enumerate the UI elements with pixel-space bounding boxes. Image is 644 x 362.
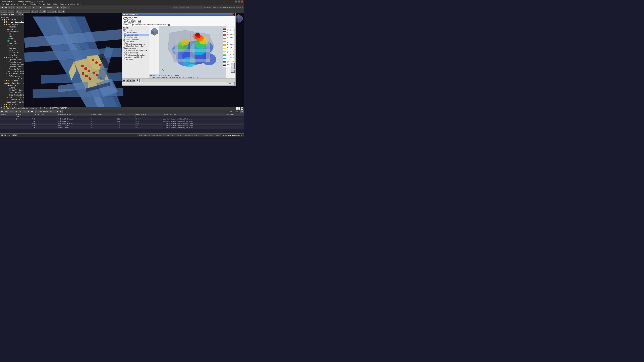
- analysis-type-selector[interactable]: Stress-Strain Analysis: [36, 110, 59, 113]
- nav-prev-btn[interactable]: ◀: [126, 79, 129, 82]
- result-sections-item[interactable]: Result Sections: [122, 36, 149, 38]
- search-input[interactable]: [172, 6, 203, 9]
- viewport-3d[interactable]: TOP R F Results in Steel Joint ✕ Steel J…: [24, 13, 244, 119]
- tree-surface-sets[interactable]: ≡ Surface Sets: [5, 51, 24, 54]
- tree-combo-wizards[interactable]: Combination Wizards: [5, 98, 24, 101]
- tree-types-special[interactable]: Types for Special Objects: [5, 70, 24, 72]
- tree-sections[interactable]: ▬ Sections: [5, 28, 24, 30]
- equiv-check[interactable]: ✓: [124, 34, 126, 36]
- maximize-button[interactable]: □: [238, 0, 240, 2]
- tree-types-steel[interactable]: ▼ Types for Steel Joints: [5, 72, 24, 75]
- view-yz-btn[interactable]: YZ: [26, 9, 30, 12]
- stop-btn[interactable]: ⏹: [62, 9, 65, 12]
- continuous-all-item[interactable]: Continuous within all surfaces: [124, 56, 149, 60]
- snap-btn[interactable]: ⊕: [34, 9, 38, 12]
- dialog-close-button[interactable]: Close: [226, 82, 234, 85]
- menu-edit[interactable]: Edit: [5, 3, 10, 5]
- tree-types-surfaces[interactable]: Types for Surfaces: [5, 65, 24, 68]
- bottom-tb-nav2[interactable]: ◀: [4, 110, 8, 113]
- menu-insert[interactable]: Insert: [16, 3, 22, 5]
- tree-actions[interactable]: ⚡ Actions: [5, 87, 24, 89]
- tree-design-situations[interactable]: Design Situations: [5, 89, 24, 91]
- shear-z-item[interactable]: Shear force in direction z: [124, 45, 149, 47]
- viz-btn-1[interactable]: ⊞: [231, 63, 234, 66]
- tree-steel-joints[interactable]: ▼ 🔧 Steel Joints: [7, 75, 24, 77]
- tree-sj-1[interactable]: 1 - Nodes : 2: [7, 77, 24, 80]
- table-row[interactable]: 2 Plate Column 1.2 | Flange 1 DS1 CO1 0.…: [0, 118, 244, 120]
- dialog-3d-btn[interactable]: ⬛: [136, 79, 139, 82]
- page-first-btn[interactable]: ⏮: [1, 134, 3, 136]
- tab-by-node[interactable]: Design Ratios by Node: [202, 134, 221, 136]
- tree-load-combos[interactable]: Load Combinations: [5, 94, 24, 96]
- tab-by-loading[interactable]: Design Ratios by Loading: [163, 134, 184, 136]
- line-btn[interactable]: L: [4, 9, 8, 12]
- constant-radio[interactable]: [124, 50, 126, 52]
- minimize-button[interactable]: ─: [235, 0, 237, 2]
- tree-types-lines[interactable]: Types for Lines: [5, 61, 24, 63]
- prev-btn[interactable]: ◀◀: [122, 79, 125, 82]
- display-btn[interactable]: ◈: [31, 9, 34, 12]
- tree-lines[interactable]: — Lines: [5, 35, 24, 37]
- bottom-min-btn[interactable]: ─: [236, 107, 238, 110]
- result-sections-check[interactable]: [122, 36, 124, 38]
- axial-force-item[interactable]: Axial force: [124, 41, 149, 43]
- non-cont-radio[interactable]: [124, 52, 126, 54]
- tree-nodes[interactable]: • Nodes: [5, 33, 24, 35]
- shear-z-radio[interactable]: [124, 45, 126, 47]
- tree-line-sets[interactable]: ≡ Line Sets: [5, 47, 24, 49]
- menu-assign[interactable]: Assign: [22, 3, 29, 5]
- save-button[interactable]: 💾: [8, 6, 11, 9]
- cont-all-radio[interactable]: [124, 57, 126, 59]
- menu-options[interactable]: Options: [52, 3, 59, 5]
- axial-radio[interactable]: [124, 41, 126, 43]
- menu-window[interactable]: Window: [60, 3, 67, 5]
- nav-close-btn[interactable]: ✕: [21, 13, 23, 15]
- nav-pin-btn[interactable]: 📌: [18, 13, 21, 15]
- tree-action-combos[interactable]: Action Combinations: [5, 91, 24, 94]
- move-btn[interactable]: ↕: [54, 9, 57, 12]
- iso-button[interactable]: ◇: [67, 6, 70, 9]
- max-value[interactable]: [233, 110, 240, 113]
- tree-types-members[interactable]: Types for Members: [5, 63, 24, 65]
- surface-btn[interactable]: S: [11, 9, 14, 12]
- menu-view[interactable]: View: [10, 3, 16, 5]
- tree-solids[interactable]: ⬛ Solids: [5, 44, 24, 47]
- table-row[interactable]: 1 Nodes : 2: [0, 116, 244, 118]
- close-button[interactable]: ✕: [241, 0, 243, 2]
- menu-calculate[interactable]: Calculate: [29, 3, 38, 5]
- bottom-max-btn[interactable]: □: [238, 107, 240, 110]
- shear-y-item[interactable]: Shear force in direction y: [124, 43, 149, 45]
- equiv-stress-item[interactable]: ✓ Equivalent stress: [124, 34, 149, 36]
- node-btn[interactable]: N: [0, 9, 4, 12]
- bottom-settings-btn[interactable]: ⚙: [59, 110, 62, 113]
- tree-rel-load[interactable]: Relationship Between Load Cases: [5, 101, 24, 103]
- constant-mesh-item[interactable]: Constant on mesh elements: [124, 50, 149, 52]
- select-button[interactable]: ↖: [20, 6, 24, 9]
- rotate-button[interactable]: ⟳: [27, 6, 30, 9]
- bottom-tb-nav4[interactable]: ▶▶: [30, 110, 34, 113]
- bottom-close-btn[interactable]: ✕: [241, 107, 243, 110]
- member-btn[interactable]: M: [8, 9, 11, 12]
- fastener-members-item[interactable]: ✓ Fastener Members: [122, 38, 149, 41]
- tab-by-joint[interactable]: Design Ratios by Joint: [184, 134, 202, 136]
- dialog-close-btn[interactable]: ✕: [232, 13, 234, 16]
- surfaces-item[interactable]: ✓ Surfaces: [122, 29, 149, 31]
- nav-last-btn[interactable]: ▶▶: [132, 79, 135, 82]
- viz-btn-3[interactable]: ⟳: [231, 69, 234, 72]
- page-next-btn[interactable]: ▶: [12, 134, 14, 136]
- table-row[interactable]: Plate Beam 1 | Web 1 DS1 CO1 0.01 ✓ UL10…: [0, 127, 244, 129]
- page-last-btn[interactable]: ⏭: [15, 134, 18, 136]
- menu-results[interactable]: Results: [38, 3, 46, 5]
- smoothing-check[interactable]: ✓: [122, 47, 124, 49]
- tree-members[interactable]: ╌ Members: [5, 37, 24, 40]
- lc-name-selector[interactable]: Self-weight: [42, 6, 59, 9]
- tree-special-objects[interactable]: ▼ 📁 Special Objects: [3, 56, 24, 58]
- nav-next-btn[interactable]: ▶: [129, 79, 132, 82]
- tree-member-sets[interactable]: ≡ Member Sets: [5, 49, 24, 51]
- run-btn[interactable]: ▶: [58, 9, 62, 12]
- tree-rfem[interactable]: ▶ 🗂 RFEM: [0, 16, 24, 18]
- tree-basic-objects[interactable]: ▼ 📁 Basic Objects: [3, 23, 24, 26]
- tree-openings[interactable]: ○ Openings: [5, 42, 24, 44]
- dialog-display-btn[interactable]: ◈: [139, 79, 143, 82]
- menu-file[interactable]: File: [1, 3, 5, 5]
